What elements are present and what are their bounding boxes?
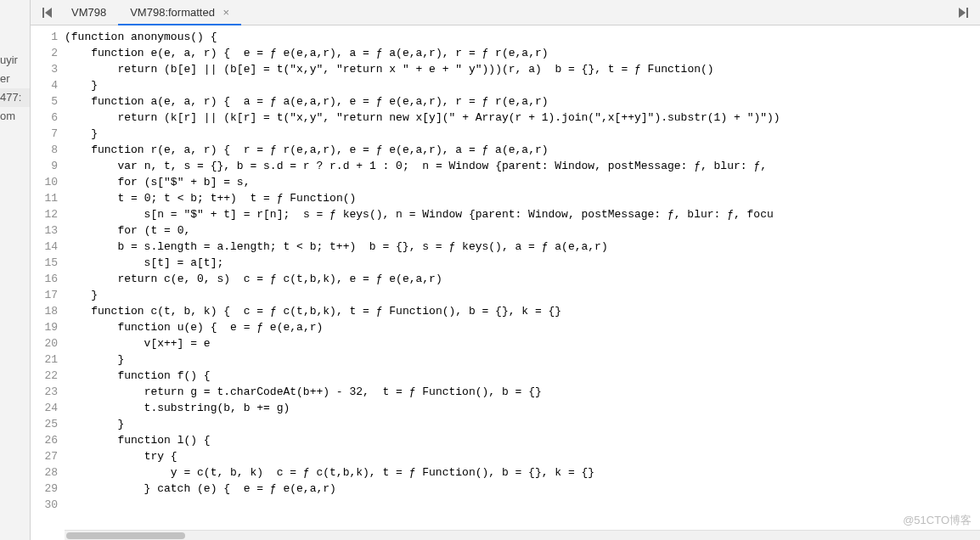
code-line[interactable]: for (t = 0, [65,222,980,239]
line-number: 27 [31,448,58,464]
line-number: 2 [31,45,58,61]
scrollbar-thumb[interactable] [66,532,185,539]
code-line[interactable]: return (b[e] || (b[e] = t("x,y", "return… [65,61,980,77]
tab-label: VM798 [71,6,106,19]
tab-vm798[interactable]: VM798 [59,0,118,25]
code-line[interactable]: s[n = "$" + t] = r[n]; s = ƒ keys(), n =… [65,206,980,222]
code-line[interactable]: function u(e) { e = ƒ e(e,a,r) [65,319,980,335]
code-editor[interactable]: 1234567891011121314151617181920212223242… [31,25,980,540]
line-number: 4 [31,77,58,93]
line-number: 12 [31,206,58,222]
line-number: 21 [31,352,58,368]
line-number: 7 [31,126,58,142]
line-number: 26 [31,432,58,448]
navigator-sidebar: uyir er 477: om [0,0,31,540]
horizontal-scrollbar[interactable] [65,530,980,540]
code-line[interactable]: function r(e, a, r) { r = ƒ r(e,a,r), e … [65,142,980,158]
tab-bar: VM798 VM798:formatted × [31,0,980,25]
line-number: 17 [31,287,58,303]
history-forward-icon[interactable] [956,6,970,20]
tab-vm798-formatted[interactable]: VM798:formatted × [118,0,241,25]
line-number: 28 [31,464,58,481]
line-number: 16 [31,271,58,287]
code-line[interactable]: for (s["$" + b] = s, [65,174,980,190]
sidebar-entry[interactable]: om [0,107,30,126]
code-line[interactable]: } catch (e) { e = ƒ e(e,a,r) [65,481,980,497]
line-number: 3 [31,61,58,77]
sidebar-entry[interactable]: er [0,70,30,88]
line-number: 10 [31,174,58,190]
code-line[interactable]: var n, t, s = {}, b = s.d = r ? r.d + 1 … [65,158,980,174]
code-line[interactable]: t.substring(b, b += g) [65,400,980,416]
line-number: 1 [31,29,58,45]
svg-rect-1 [966,8,968,18]
line-number: 9 [31,158,58,174]
code-line[interactable]: try { [65,448,980,464]
code-line[interactable]: (function anonymous() { [65,29,980,45]
line-number: 19 [31,319,58,335]
line-number: 24 [31,400,58,416]
code-line[interactable]: return c(e, 0, s) c = ƒ c(t,b,k), e = ƒ … [65,271,980,287]
code-line[interactable]: b = s.length = a.length; t < b; t++) b =… [65,239,980,255]
line-number: 11 [31,190,58,206]
sidebar-entry[interactable]: 477: [0,88,30,107]
line-number: 14 [31,239,58,255]
code-line[interactable]: return (k[r] || (k[r] = t("x,y", "return… [65,110,980,126]
tab-label: VM798:formatted [130,6,215,19]
svg-rect-0 [42,8,44,18]
line-number: 20 [31,335,58,352]
code-line[interactable]: function e(e, a, r) { e = ƒ e(e,a,r), a … [65,45,980,61]
code-line[interactable]: } [65,287,980,303]
line-number: 6 [31,110,58,126]
code-line[interactable]: function a(e, a, r) { a = ƒ a(e,a,r), e … [65,93,980,110]
code-line[interactable]: t = 0; t < b; t++) t = ƒ Function() [65,190,980,206]
code-line[interactable]: function c(t, b, k) { c = ƒ c(t,b,k), t … [65,303,980,319]
line-number: 8 [31,142,58,158]
line-number: 22 [31,368,58,384]
code-line[interactable]: } [65,352,980,368]
code-line[interactable]: function l() { [65,432,980,448]
line-number: 13 [31,222,58,239]
code-line[interactable]: } [65,126,980,142]
code-line[interactable]: } [65,77,980,93]
line-number: 5 [31,93,58,110]
line-number: 25 [31,416,58,432]
line-number: 23 [31,384,58,400]
code-line[interactable]: y = c(t, b, k) c = ƒ c(t,b,k), t = ƒ Fun… [65,464,980,481]
code-line[interactable]: return g = t.charCodeAt(b++) - 32, t = ƒ… [65,384,980,400]
code-content[interactable]: (function anonymous() { function e(e, a,… [65,25,980,540]
code-line[interactable]: function f() { [65,368,980,384]
line-number: 29 [31,481,58,497]
line-number: 15 [31,255,58,271]
code-line[interactable]: s[t] = a[t]; [65,255,980,271]
history-back-icon[interactable] [41,6,54,20]
line-number-gutter: 1234567891011121314151617181920212223242… [31,25,65,540]
close-icon[interactable]: × [223,6,230,19]
code-line[interactable] [65,497,980,513]
code-line[interactable]: } [65,416,980,432]
sidebar-entry[interactable]: uyir [0,51,30,70]
line-number: 30 [31,497,58,513]
code-line[interactable]: v[x++] = e [65,335,980,352]
line-number: 18 [31,303,58,319]
